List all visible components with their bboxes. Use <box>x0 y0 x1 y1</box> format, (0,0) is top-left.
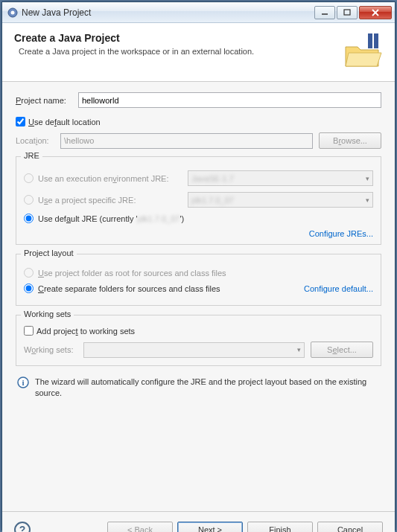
page-description: Create a Java project in the workspace o… <box>19 47 335 56</box>
root-folder-radio <box>24 268 34 278</box>
help-icon[interactable]: ? <box>14 522 31 532</box>
project-name-label: Project name: <box>16 96 78 105</box>
svg-rect-6 <box>368 33 372 48</box>
svg-text:i: i <box>22 378 24 387</box>
folder-icon <box>341 32 383 71</box>
working-sets-title: Working sets <box>21 310 74 318</box>
next-button[interactable]: Next > <box>177 522 243 532</box>
dialog-window: New Java Project Create a Java Project C… <box>1 1 396 531</box>
working-sets-group: Working sets Add project to working sets… <box>16 315 381 366</box>
svg-point-1 <box>11 10 15 14</box>
titlebar[interactable]: New Java Project <box>2 2 395 23</box>
jre-group: JRE Use an execution environment JRE: Ja… <box>16 156 381 245</box>
project-name-input[interactable] <box>78 92 381 108</box>
separate-folders-label: Create separate folders for sources and … <box>38 284 220 293</box>
page-title: Create a Java Project <box>14 32 335 44</box>
add-working-sets-label: Add project to working sets <box>36 327 135 336</box>
root-folder-label: Use project folder as root for sources a… <box>38 269 226 278</box>
window-title: New Java Project <box>22 7 314 18</box>
default-jre-radio[interactable] <box>24 214 34 223</box>
finish-button[interactable]: Finish <box>247 522 313 532</box>
add-working-sets-checkbox[interactable] <box>24 326 34 336</box>
footer: ? < Back Next > Finish Cancel <box>2 512 395 532</box>
execution-env-radio <box>24 173 34 183</box>
project-specific-combo: jdk1.7.0_07 <box>188 192 373 208</box>
browse-button: Browse... <box>319 132 381 149</box>
execution-env-label: Use an execution environment JRE: <box>38 174 169 183</box>
location-input <box>60 133 313 149</box>
layout-group-title: Project layout <box>21 249 77 257</box>
default-location-label: Use default location <box>28 118 101 126</box>
close-button[interactable] <box>359 6 392 19</box>
info-icon: i <box>17 376 29 388</box>
project-specific-radio <box>24 195 34 205</box>
project-specific-label: Use a project specific JRE: <box>38 196 136 205</box>
jre-group-title: JRE <box>21 151 42 160</box>
execution-env-combo: JavaSE-1.7 <box>188 170 373 186</box>
configure-jres-link[interactable]: Configure JREs... <box>309 229 373 238</box>
project-layout-group: Project layout Use project folder as roo… <box>16 254 381 306</box>
content-area: Project name: Use default location Locat… <box>2 82 395 512</box>
select-button: Select... <box>311 342 373 358</box>
working-sets-combo <box>83 342 305 358</box>
window-buttons <box>314 6 392 19</box>
location-label: Location: <box>16 136 60 145</box>
configure-default-link[interactable]: Configure default... <box>304 284 373 293</box>
svg-rect-7 <box>374 33 378 48</box>
app-icon <box>7 7 19 19</box>
default-location-checkbox[interactable] <box>16 117 25 126</box>
svg-rect-3 <box>344 10 350 15</box>
working-sets-label: Working sets: <box>24 345 83 354</box>
info-text: The wizard will automatically configure … <box>35 376 380 400</box>
separate-folders-radio[interactable] <box>24 283 34 293</box>
minimize-button[interactable] <box>314 6 335 19</box>
default-jre-label: Use default JRE (currently 'jdk1.7.0_07'… <box>38 214 184 223</box>
cancel-button[interactable]: Cancel <box>317 522 383 532</box>
back-button: < Back <box>107 522 173 532</box>
wizard-header: Create a Java Project Create a Java proj… <box>2 23 395 82</box>
maximize-button[interactable] <box>337 6 358 19</box>
